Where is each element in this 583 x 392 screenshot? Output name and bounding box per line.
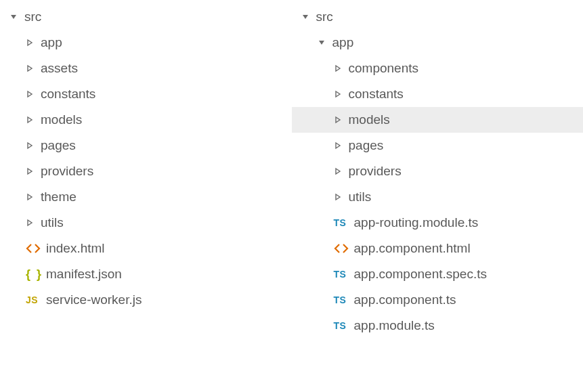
tree-item-constants[interactable]: constants: [292, 81, 584, 107]
svg-marker-13: [336, 117, 340, 123]
chevron-right-icon[interactable]: [26, 64, 41, 72]
svg-marker-7: [28, 194, 32, 200]
javascript-icon: JS: [26, 295, 46, 305]
chevron-right-icon[interactable]: [26, 90, 41, 98]
tree-item-label: app-routing.module.ts: [354, 215, 479, 230]
tree-item-label: app.component.html: [354, 241, 471, 256]
tree-item-app-component-ts[interactable]: TSapp.component.ts: [292, 287, 584, 313]
svg-marker-15: [336, 169, 340, 174]
chevron-right-icon[interactable]: [26, 167, 41, 175]
tree-item-constants[interactable]: constants: [0, 81, 292, 107]
html-icon: [334, 243, 354, 254]
tree-item-pages[interactable]: pages: [0, 133, 292, 158]
tree-item-app-module-ts[interactable]: TSapp.module.ts: [292, 313, 584, 339]
tree-item-label: app: [41, 35, 62, 50]
chevron-right-icon[interactable]: [334, 167, 349, 175]
chevron-down-icon[interactable]: [9, 13, 24, 21]
svg-marker-0: [11, 15, 16, 19]
tree-item-models[interactable]: models: [0, 107, 292, 133]
tree-item-label: src: [24, 9, 41, 24]
chevron-right-icon[interactable]: [334, 116, 349, 124]
tree-item-label: assets: [41, 61, 78, 76]
tree-item-label: app.module.ts: [354, 318, 435, 333]
svg-marker-11: [336, 66, 340, 71]
tree-item-utils[interactable]: utils: [0, 210, 292, 236]
chevron-right-icon[interactable]: [334, 193, 349, 201]
svg-marker-10: [319, 41, 324, 45]
typescript-icon: TS: [334, 217, 354, 228]
tree-item-providers[interactable]: providers: [292, 158, 584, 184]
chevron-down-icon[interactable]: [301, 13, 316, 21]
tree-item-app[interactable]: app: [292, 30, 584, 56]
tree-item-label: pages: [349, 138, 384, 153]
tree-item-theme[interactable]: theme: [0, 184, 292, 210]
tree-item-app[interactable]: app: [0, 30, 292, 56]
tree-item-label: src: [316, 9, 333, 24]
tree-item-manifest-json[interactable]: { }manifest.json: [0, 261, 292, 287]
svg-marker-12: [336, 91, 340, 97]
tree-item-app-component-html[interactable]: app.component.html: [292, 236, 584, 261]
tree-item-label: constants: [349, 87, 404, 102]
chevron-right-icon[interactable]: [334, 64, 349, 72]
svg-marker-5: [28, 143, 32, 148]
tree-item-label: index.html: [46, 241, 105, 256]
tree-item-label: utils: [349, 190, 372, 204]
chevron-down-icon[interactable]: [318, 39, 332, 47]
svg-marker-14: [336, 143, 340, 148]
svg-marker-2: [28, 66, 32, 71]
chevron-right-icon[interactable]: [26, 39, 41, 47]
chevron-right-icon[interactable]: [334, 90, 349, 98]
tree-item-service-worker-js[interactable]: JSservice-worker.js: [0, 287, 292, 313]
tree-item-label: providers: [349, 164, 402, 179]
tree-item-label: components: [349, 61, 419, 76]
file-tree-left: srcappassetsconstantsmodelspagesprovider…: [0, 0, 292, 392]
svg-marker-9: [303, 15, 308, 19]
tree-item-label: utils: [41, 215, 64, 230]
typescript-icon: TS: [334, 320, 354, 331]
svg-marker-6: [28, 169, 32, 174]
tree-item-utils[interactable]: utils: [292, 184, 584, 210]
typescript-icon: TS: [334, 269, 354, 280]
tree-item-label: manifest.json: [46, 267, 122, 282]
tree-item-label: service-worker.js: [46, 292, 142, 307]
tree-item-label: theme: [41, 190, 77, 204]
tree-item-components[interactable]: components: [292, 56, 584, 81]
tree-item-label: constants: [41, 87, 95, 102]
tree-item-label: models: [349, 112, 390, 127]
svg-marker-8: [28, 220, 32, 225]
svg-marker-3: [28, 91, 32, 97]
tree-item-models[interactable]: models: [292, 107, 584, 133]
file-tree-right: srcappcomponentsconstantsmodelspagesprov…: [292, 0, 584, 392]
typescript-icon: TS: [334, 295, 354, 305]
svg-marker-4: [28, 117, 32, 123]
tree-item-app-component-spec-ts[interactable]: TSapp.component.spec.ts: [292, 261, 584, 287]
tree-item-label: app.component.ts: [354, 292, 456, 307]
tree-item-label: pages: [41, 138, 76, 153]
html-icon: [26, 243, 46, 254]
tree-item-label: app.component.spec.ts: [354, 267, 487, 282]
tree-item-providers[interactable]: providers: [0, 158, 292, 184]
tree-item-label: models: [41, 112, 82, 127]
tree-item-app-routing-module-ts[interactable]: TSapp-routing.module.ts: [292, 210, 584, 236]
tree-item-label: providers: [41, 164, 93, 179]
tree-item-index-html[interactable]: index.html: [0, 236, 292, 261]
chevron-right-icon[interactable]: [26, 219, 41, 227]
tree-item-assets[interactable]: assets: [0, 56, 292, 81]
chevron-right-icon[interactable]: [26, 141, 41, 150]
tree-item-src[interactable]: src: [0, 4, 292, 30]
svg-marker-16: [336, 194, 340, 200]
json-icon: { }: [26, 267, 46, 282]
chevron-right-icon[interactable]: [334, 141, 349, 150]
chevron-right-icon[interactable]: [26, 193, 41, 201]
tree-item-pages[interactable]: pages: [292, 133, 584, 158]
svg-marker-1: [28, 40, 32, 45]
tree-item-label: app: [332, 35, 354, 50]
chevron-right-icon[interactable]: [26, 116, 41, 124]
tree-item-src[interactable]: src: [292, 4, 584, 30]
